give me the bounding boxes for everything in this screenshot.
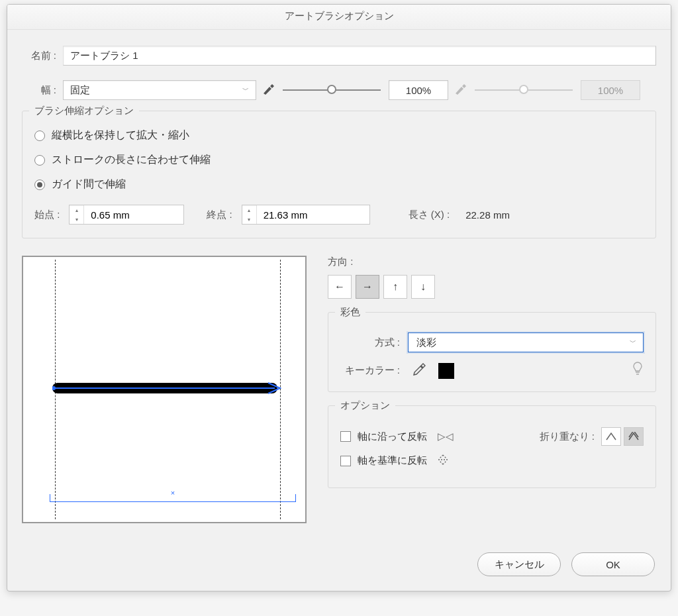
radio-stretch-length-label: ストロークの長さに合わせて伸縮	[52, 153, 211, 167]
flip-along-row: 軸に沿って反転 ▷◁ 折り重なり :	[340, 427, 644, 446]
pen-icon	[263, 84, 275, 97]
colorization-group: 彩色 方式 : 淡彩 ﹀ キーカラー :	[328, 312, 656, 392]
method-row: 方式 : 淡彩 ﹀	[340, 333, 644, 352]
name-row: 名前 :	[22, 46, 656, 66]
chevron-down-icon: ﹀	[242, 85, 249, 95]
flip-along-icon: ▷◁	[438, 431, 454, 442]
method-value: 淡彩	[416, 336, 436, 349]
radio-icon	[34, 130, 45, 141]
scale-options-legend: ブラシ伸縮オプション	[29, 105, 139, 117]
width-mode-select[interactable]: 固定 ﹀	[63, 80, 256, 100]
direction-up-button[interactable]: ↑	[383, 275, 407, 299]
flip-along-label: 軸に沿って反転	[358, 431, 427, 443]
ok-button[interactable]: OK	[571, 552, 655, 576]
overlap-none-button[interactable]	[601, 427, 621, 446]
length-marker	[50, 494, 296, 502]
width-slider-1-track[interactable]	[283, 88, 381, 92]
name-label: 名前 :	[22, 50, 56, 62]
chevron-down-icon: ﹀	[630, 338, 636, 347]
dialog-content: 名前 : 幅 : 固定 ﹀ 100%	[7, 30, 671, 537]
colorization-legend: 彩色	[335, 306, 365, 319]
width-slider-2-track	[475, 88, 573, 92]
key-color-row: キーカラー :	[340, 362, 644, 380]
radio-icon	[34, 180, 45, 190]
lightbulb-icon[interactable]	[632, 362, 644, 380]
stepper-up-icon[interactable]: ▴	[242, 205, 256, 215]
key-color-swatch[interactable]	[438, 363, 454, 379]
start-point-value[interactable]	[84, 205, 183, 224]
right-column: 方向 : ← → ↑ ↓ 彩色 方式 : 淡彩 ﹀	[328, 256, 656, 523]
end-point-label: 終点 :	[207, 209, 232, 221]
key-color-label: キーカラー :	[340, 364, 400, 377]
stepper-up-icon[interactable]: ▴	[70, 205, 83, 215]
width-mode-value: 固定	[70, 84, 90, 97]
flip-across-checkbox[interactable]	[340, 456, 351, 466]
flip-across-label: 軸を基準に反転	[358, 454, 427, 467]
direction-arrow-icon	[52, 380, 281, 396]
dialog-title: アートブラシオプション	[7, 5, 671, 30]
width-slider-2: 100%	[455, 80, 640, 100]
radio-stretch-guides[interactable]: ガイド間で伸縮	[34, 178, 644, 191]
width-slider-1: 100%	[263, 80, 448, 100]
flip-along-checkbox[interactable]	[340, 431, 351, 442]
direction-left-button[interactable]: ←	[328, 275, 352, 299]
cancel-button[interactable]: キャンセル	[477, 552, 561, 576]
direction-buttons: ← → ↑ ↓	[328, 275, 656, 299]
width-value-2: 100%	[581, 80, 640, 100]
overlap-label: 折り重なり :	[540, 431, 595, 443]
direction-down-button[interactable]: ↓	[411, 275, 435, 299]
eyedropper-icon[interactable]	[412, 362, 426, 379]
width-value-1[interactable]: 100%	[389, 80, 448, 100]
stepper-down-icon[interactable]: ▾	[242, 215, 256, 224]
width-label: 幅 :	[22, 84, 56, 97]
stepper-down-icon[interactable]: ▾	[70, 215, 83, 224]
direction-label: 方向 :	[328, 256, 656, 268]
brush-preview	[22, 256, 307, 523]
overlap-buttons	[601, 427, 644, 446]
radio-icon	[34, 155, 45, 166]
overlap-join-button[interactable]	[624, 427, 644, 446]
radio-proportional-label: 縦横比を保持して拡大・縮小	[52, 128, 189, 142]
direction-right-button[interactable]: →	[356, 275, 379, 299]
dialog-footer: キャンセル OK	[7, 537, 671, 591]
flip-across-row: 軸を基準に反転	[340, 454, 644, 468]
points-row: 始点 : ▴▾ 終点 : ▴▾ 長さ (X) : 22.28 mm	[34, 205, 644, 225]
method-label: 方式 :	[340, 336, 400, 349]
flip-across-icon	[438, 454, 448, 468]
radio-stretch-length[interactable]: ストロークの長さに合わせて伸縮	[34, 153, 644, 167]
radio-proportional[interactable]: 縦横比を保持して拡大・縮小	[34, 128, 644, 142]
slider-thumb	[519, 85, 528, 94]
length-value: 22.28 mm	[465, 209, 510, 221]
end-point-value[interactable]	[257, 205, 369, 224]
options-group: オプション 軸に沿って反転 ▷◁ 折り重なり :	[328, 405, 656, 488]
start-point-input[interactable]: ▴▾	[69, 205, 184, 225]
slider-thumb[interactable]	[327, 85, 336, 94]
radio-stretch-guides-label: ガイド間で伸縮	[52, 178, 126, 191]
width-row: 幅 : 固定 ﹀ 100%	[22, 80, 656, 100]
svg-point-1	[52, 386, 56, 390]
end-point-input[interactable]: ▴▾	[242, 205, 370, 225]
length-label: 長さ (X) :	[409, 209, 450, 221]
art-brush-options-dialog: アートブラシオプション 名前 : 幅 : 固定 ﹀ 100%	[7, 4, 671, 591]
start-point-label: 始点 :	[34, 209, 60, 221]
name-input[interactable]	[63, 46, 656, 66]
options-legend: オプション	[335, 399, 395, 412]
pen-icon	[455, 84, 467, 97]
direction-section: 方向 : ← → ↑ ↓	[328, 256, 656, 299]
scale-options-group: ブラシ伸縮オプション 縦横比を保持して拡大・縮小 ストロークの長さに合わせて伸縮…	[22, 111, 656, 238]
lower-area: 方向 : ← → ↑ ↓ 彩色 方式 : 淡彩 ﹀	[22, 256, 656, 523]
colorization-method-select[interactable]: 淡彩 ﹀	[408, 333, 644, 352]
